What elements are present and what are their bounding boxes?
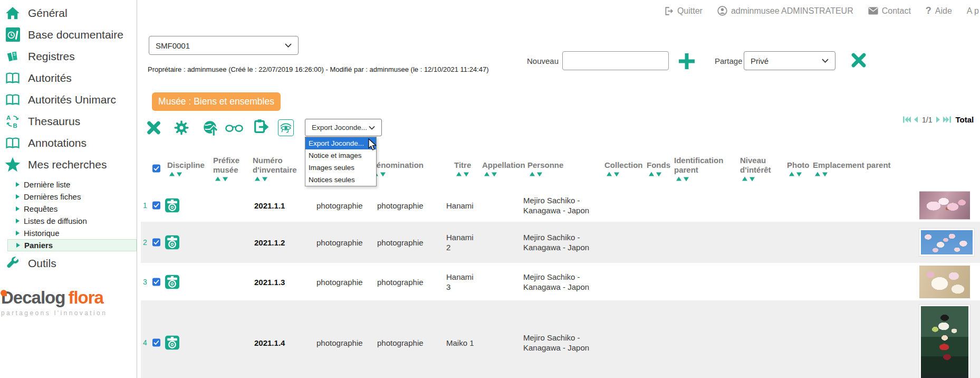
user-menu[interactable]: adminmusee ADMINSTRATEUR [717,6,853,16]
col-header-collection[interactable]: Collection [604,160,647,170]
last-page-icon[interactable] [943,116,951,123]
photo-thumbnail[interactable] [919,229,974,256]
add-basket-button[interactable] [677,52,696,71]
sidebar-item-paniers[interactable]: Paniers [7,239,137,251]
photo-thumbnail[interactable] [919,266,970,298]
sidebar-item-autorites-unimarc[interactable]: Autorités Unimarc [0,89,137,110]
col-header-emplacement-parent[interactable]: Emplacement parent [813,160,898,170]
prev-page-icon[interactable] [914,116,918,123]
sort-icons[interactable] [255,177,300,182]
sidebar-item-registres[interactable]: Registres [0,45,137,67]
logo-brand-rest: ecalog [13,288,65,307]
cell-inventaire: 2021.1.3 [254,277,303,287]
menu-option-export-joconde[interactable]: Export Joconde... [305,137,376,149]
col-header-numero-inventaire[interactable]: Numéro d'inventaire [253,156,300,175]
help-link[interactable]: ? Aide [926,5,952,16]
page-indicator: 1/1 [922,116,932,124]
books-icon [4,50,21,63]
cell-domaine: photographie [316,238,370,248]
photo-thumbnail[interactable] [919,305,970,378]
delete-basket-button[interactable] [851,52,867,68]
col-header-personne[interactable]: Personne [527,160,570,170]
select-all-checkbox[interactable] [152,165,160,173]
eye-of-horus-icon[interactable] [278,119,294,136]
sort-icons[interactable] [484,172,527,177]
table-row: 2 2021.1.2 photographie photographie Han… [141,222,980,263]
export-dropdown-menu: Export Joconde... Notice et images Image… [305,137,377,186]
sidebar-item-outils[interactable]: Outils [0,252,137,274]
basket-select-value: SMF0001 [156,41,190,50]
next-page-icon[interactable] [936,116,940,123]
cell-titre: Hanami 2 [446,232,479,252]
close-icon[interactable] [146,120,161,135]
gear-icon[interactable] [174,120,189,135]
menu-option-images-seules[interactable]: Images seules [305,162,376,174]
col-header-niveau-interet[interactable]: Niveau d'intérêt [740,156,774,175]
sort-icons[interactable] [373,172,430,177]
col-header-discipline[interactable]: Discipline [167,160,209,170]
row-checkbox[interactable] [152,201,160,209]
nouveau-input[interactable] [562,51,669,70]
sort-icons[interactable] [169,172,209,177]
sort-icons[interactable] [456,172,478,177]
menu-option-notices-seules[interactable]: Notices seules [305,174,376,186]
globe-upload-icon[interactable] [203,120,219,136]
help-label: Aide [935,6,952,16]
cell-domaine: photographie [316,338,370,348]
basket-select[interactable]: SMF0001 [149,36,299,55]
col-header-appellation[interactable]: Appellation [482,160,527,170]
sort-icons[interactable] [530,172,570,177]
export-select[interactable]: Export Joconde... [305,119,382,136]
tab-musee-biens-et-ensembles[interactable]: Musée : Biens et ensembles [152,92,281,111]
logout-icon [664,6,674,16]
sidebar-item-historique[interactable]: Historique [0,227,137,239]
glasses-icon[interactable] [225,124,243,133]
row-checkbox[interactable] [152,278,160,286]
sort-icons[interactable] [815,172,898,177]
cell-personne: Mejiro Sachiko - Kanagawa - Japon [523,272,594,292]
contact-link[interactable]: Contact [868,6,911,16]
open-book-icon [4,72,21,84]
clipboard-export-icon[interactable] [253,119,270,135]
sidebar-item-annotations[interactable]: Annotations [0,132,137,154]
sort-icons[interactable] [676,177,727,182]
camera-icon[interactable] [165,198,179,212]
sort-icons[interactable] [742,177,774,182]
col-header-denomination[interactable]: Dénomination [371,160,430,170]
sort-icons[interactable] [607,172,647,177]
sidebar-item-requetes[interactable]: Requêtes [0,203,137,215]
sidebar-item-derniere-liste[interactable]: Dernière liste [0,178,137,191]
col-header-fonds[interactable]: Fonds [647,160,672,170]
sidebar-item-mes-recherches[interactable]: Mes recherches [0,154,137,175]
row-number: 1 [143,200,151,210]
cell-denomination: photographie [377,200,431,210]
cell-personne: Mejiro Sachiko - Kanagawa - Japon [523,195,594,215]
sort-icons[interactable] [215,177,243,182]
sidebar-item-general[interactable]: Général [0,2,137,24]
camera-icon[interactable] [165,275,179,289]
photo-thumbnail[interactable] [919,191,970,219]
home-icon [4,6,21,20]
export-select-value: Export Joconde... [312,124,367,131]
menu-option-notice-et-images[interactable]: Notice et images [305,149,376,162]
col-header-titre[interactable]: Titre [454,160,478,170]
col-header-prefixe-musee[interactable]: Préfixe musée [213,156,243,175]
about-link[interactable]: A p [967,6,979,16]
col-header-photo[interactable]: Photo [787,160,811,170]
sidebar-item-dernieres-fiches[interactable]: Dernières fiches [0,191,137,203]
camera-icon[interactable] [165,336,179,350]
logout-button[interactable]: Quitter [664,6,703,16]
sort-icons[interactable] [649,172,672,177]
first-page-icon[interactable] [903,116,911,123]
row-checkbox[interactable] [152,339,160,347]
sidebar-item-autorites[interactable]: Autorités [0,67,137,89]
camera-icon[interactable] [165,235,179,250]
col-header-identification-parent[interactable]: Identification parent [674,156,727,175]
partage-select[interactable]: Privé [744,51,835,70]
row-checkbox[interactable] [152,239,160,247]
cell-personne: Mejiro Sachiko - Kanagawa - Japon [523,333,594,353]
sort-icons[interactable] [789,172,811,177]
sidebar-item-listes-de-diffusion[interactable]: Listes de diffusion [0,215,137,227]
sidebar-item-thesaurus[interactable]: AB Thesaurus [0,110,137,132]
sidebar-item-base-documentaire[interactable]: Base documentaire [0,24,137,45]
